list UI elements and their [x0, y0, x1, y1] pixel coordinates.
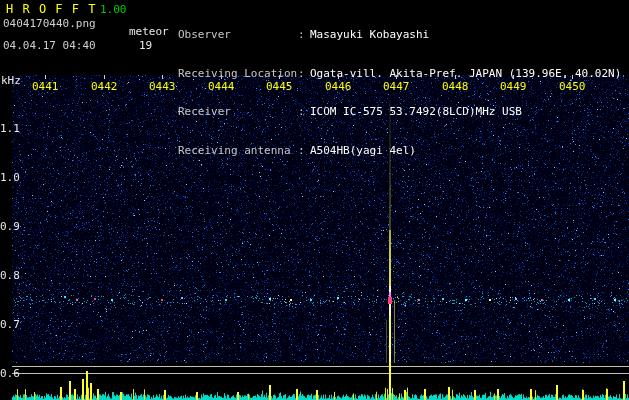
app-title: H R O F F T [6, 2, 96, 16]
info-label: Observer [178, 28, 298, 41]
hrofft-screenshot: H R O F F T 1.00 0404170440.png meteor 1… [0, 0, 629, 400]
echo-count: 19 [139, 39, 152, 52]
info-separator: : [298, 28, 310, 41]
info-row-location: Receiving Location : Ogata-vill. Akita-P… [178, 67, 621, 80]
app-version: 1.00 [100, 3, 127, 16]
mode-label: meteor [129, 25, 169, 38]
output-filename: 0404170440.png [3, 17, 96, 30]
datetime: 04.04.17 04:40 [3, 39, 96, 52]
info-label: Receiving Location [178, 67, 298, 80]
info-label: Receiving antenna [178, 144, 298, 157]
info-separator: : [298, 144, 310, 157]
station-info: Observer : Masayuki Kobayashi Receiving … [178, 2, 621, 182]
info-value: ICOM IC-575 53.7492(8LCD)MHz USB [310, 105, 522, 118]
info-value: A504HB(yagi 4el) [310, 144, 416, 157]
info-value: Ogata-vill. Akita-Pref. JAPAN (139.96E, … [310, 67, 621, 80]
info-row-receiver: Receiver : ICOM IC-575 53.7492(8LCD)MHz … [178, 105, 621, 118]
info-row-observer: Observer : Masayuki Kobayashi [178, 28, 621, 41]
info-label: Receiver [178, 105, 298, 118]
info-value: Masayuki Kobayashi [310, 28, 429, 41]
info-separator: : [298, 67, 310, 80]
info-separator: : [298, 105, 310, 118]
info-row-antenna: Receiving antenna : A504HB(yagi 4el) [178, 144, 621, 157]
